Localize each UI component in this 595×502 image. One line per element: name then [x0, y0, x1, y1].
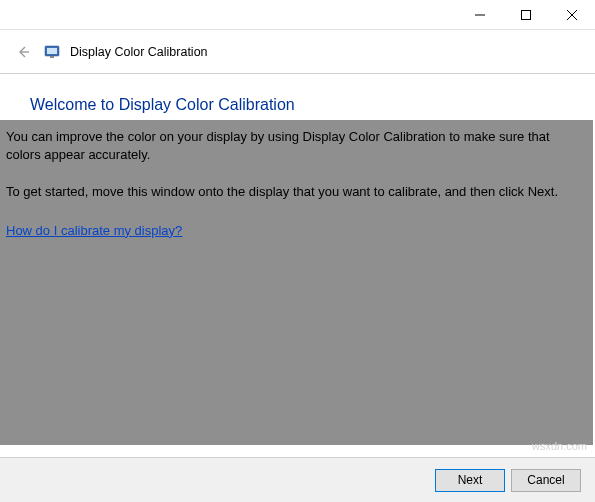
cancel-button[interactable]: Cancel	[511, 469, 581, 492]
minimize-button[interactable]	[457, 0, 503, 30]
svg-rect-6	[47, 48, 57, 54]
header-bar: Display Color Calibration	[0, 30, 595, 74]
back-button[interactable]	[12, 41, 34, 63]
close-button[interactable]	[549, 0, 595, 30]
intro-paragraph: You can improve the color on your displa…	[6, 128, 587, 163]
header-title: Display Color Calibration	[70, 45, 208, 59]
instruction-paragraph: To get started, move this window onto th…	[6, 183, 587, 201]
svg-rect-1	[522, 11, 531, 20]
footer-bar: Next Cancel	[0, 457, 595, 502]
help-link[interactable]: How do I calibrate my display?	[6, 223, 182, 238]
body-panel: You can improve the color on your displa…	[0, 120, 593, 445]
svg-rect-7	[50, 56, 54, 58]
app-icon	[44, 44, 60, 60]
window-controls	[457, 0, 595, 29]
titlebar	[0, 0, 595, 30]
watermark: wsxdn.com	[532, 440, 587, 452]
maximize-button[interactable]	[503, 0, 549, 30]
page-title: Welcome to Display Color Calibration	[30, 96, 565, 114]
next-button[interactable]: Next	[435, 469, 505, 492]
